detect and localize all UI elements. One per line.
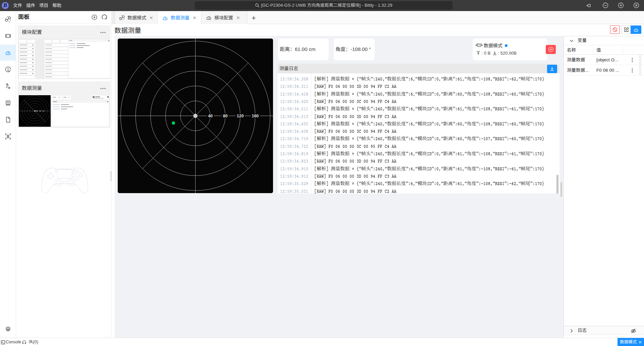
- svg-text:40: 40: [208, 114, 213, 118]
- svg-text:160: 160: [252, 114, 259, 118]
- svg-text:80: 80: [223, 114, 228, 118]
- svg-text:120: 120: [237, 114, 244, 118]
